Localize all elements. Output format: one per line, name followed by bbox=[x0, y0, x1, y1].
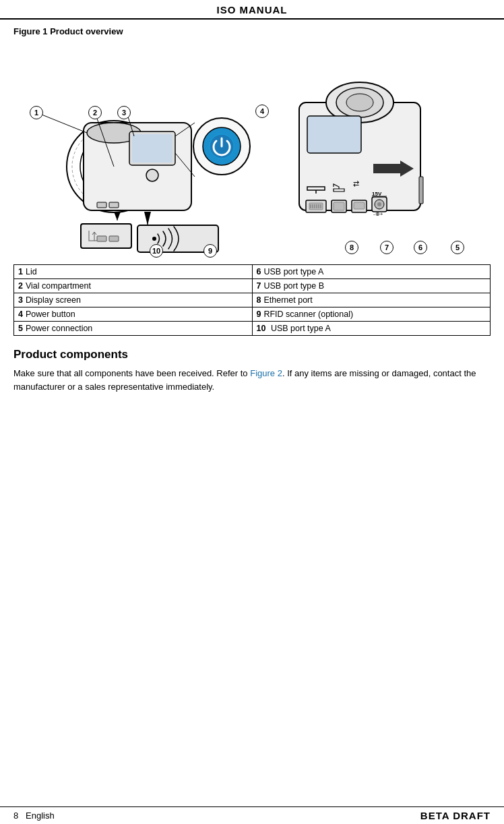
header-title: ISO MANUAL bbox=[217, 4, 288, 16]
svg-point-23 bbox=[152, 237, 156, 241]
part-label-5: Power connection bbox=[26, 324, 92, 333]
part-label-8: Ethernet port bbox=[263, 295, 312, 305]
callout-6: 6 bbox=[414, 241, 427, 254]
svg-text:-⊕+: -⊕+ bbox=[373, 211, 383, 217]
page-footer: 8 English BETA DRAFT bbox=[0, 806, 504, 824]
part-num-2: 2 bbox=[18, 281, 23, 291]
part-num-3: 3 bbox=[18, 295, 23, 305]
part-label-1: Lid bbox=[26, 267, 37, 276]
svg-text:⇄: ⇄ bbox=[353, 179, 359, 187]
part-label-2: Vial compartment bbox=[26, 281, 91, 291]
part-num-10: 10 bbox=[257, 324, 266, 333]
table-cell-4: 4Power button bbox=[14, 307, 253, 322]
table-row: 4Power button 9RFID scanner (optional) bbox=[14, 307, 491, 322]
part-num-5: 5 bbox=[18, 324, 23, 333]
callout-9: 9 bbox=[203, 244, 217, 258]
table-row: 5Power connection 10 USB port type A bbox=[14, 322, 491, 336]
svg-rect-28 bbox=[109, 236, 119, 241]
part-label-6: USB port type A bbox=[263, 267, 323, 276]
section-body: Make sure that all components have been … bbox=[13, 367, 491, 393]
callout-2: 2 bbox=[88, 106, 102, 119]
part-num-4: 4 bbox=[18, 310, 23, 319]
parts-table: 1Lid 6USB port type A 2Vial compartment … bbox=[13, 264, 491, 336]
part-label-9: RFID scanner (optional) bbox=[263, 310, 353, 319]
part-num-9: 9 bbox=[257, 310, 261, 319]
callout-10: 10 bbox=[150, 244, 163, 258]
callout-3: 3 bbox=[117, 106, 131, 119]
svg-rect-11 bbox=[109, 202, 119, 208]
table-row: 3Display screen 8Ethernet port bbox=[14, 293, 491, 307]
footer-language: English bbox=[26, 811, 55, 821]
section-body-text: Make sure that all components have been … bbox=[13, 368, 250, 378]
table-row: 1Lid 6USB port type A bbox=[14, 265, 491, 279]
figure-2-link[interactable]: Figure 2 bbox=[250, 368, 282, 378]
svg-rect-27 bbox=[97, 236, 106, 241]
page-header: ISO MANUAL bbox=[0, 0, 504, 20]
svg-rect-34 bbox=[307, 116, 361, 153]
table-cell-10: 10 USB port type A bbox=[252, 322, 491, 336]
svg-point-9 bbox=[146, 169, 158, 181]
part-label-3: Display screen bbox=[26, 295, 81, 305]
callout-4: 4 bbox=[255, 105, 269, 118]
table-row: 2Vial compartment 7USB port type B bbox=[14, 279, 491, 293]
svg-rect-45 bbox=[334, 202, 344, 210]
callout-1: 1 bbox=[30, 106, 43, 119]
table-cell-8: 8Ethernet port bbox=[252, 293, 491, 307]
section-heading: Product components bbox=[13, 348, 491, 361]
table-cell-6: 6USB port type A bbox=[252, 265, 491, 279]
svg-line-12 bbox=[42, 115, 87, 133]
svg-rect-10 bbox=[97, 202, 106, 208]
footer-page-number: 8 English bbox=[13, 811, 55, 821]
callout-5: 5 bbox=[451, 241, 464, 254]
part-label-10: USB port type A bbox=[271, 324, 331, 333]
table-cell-1: 1Lid bbox=[14, 265, 253, 279]
figure-title: Figure 1 Product overview bbox=[13, 26, 491, 36]
svg-point-50 bbox=[377, 202, 381, 206]
part-num-6: 6 bbox=[257, 267, 261, 276]
footer-draft: BETA DRAFT bbox=[420, 810, 491, 821]
table-cell-7: 7USB port type B bbox=[252, 279, 491, 293]
svg-rect-35 bbox=[419, 177, 423, 204]
callout-7: 7 bbox=[380, 241, 393, 254]
table-cell-2: 2Vial compartment bbox=[14, 279, 253, 293]
svg-rect-8 bbox=[132, 134, 172, 163]
part-label-4: Power button bbox=[26, 310, 75, 319]
table-cell-9: 9RFID scanner (optional) bbox=[252, 307, 491, 322]
table-cell-5: 5Power connection bbox=[14, 322, 253, 336]
figure-svg: 15V -⊕+ ⇄ bbox=[16, 42, 488, 264]
svg-point-33 bbox=[346, 94, 373, 111]
part-label-7: USB port type B bbox=[263, 281, 324, 291]
callout-8: 8 bbox=[345, 241, 358, 254]
part-num-8: 8 bbox=[257, 295, 261, 305]
figure-illustration: 15V -⊕+ ⇄ 1 2 bbox=[16, 42, 488, 264]
part-num-1: 1 bbox=[18, 267, 23, 276]
svg-rect-47 bbox=[354, 202, 365, 209]
table-cell-3: 3Display screen bbox=[14, 293, 253, 307]
main-content: Figure 1 Product overview bbox=[0, 20, 504, 407]
part-num-7: 7 bbox=[257, 281, 261, 291]
page-num: 8 bbox=[13, 811, 18, 821]
